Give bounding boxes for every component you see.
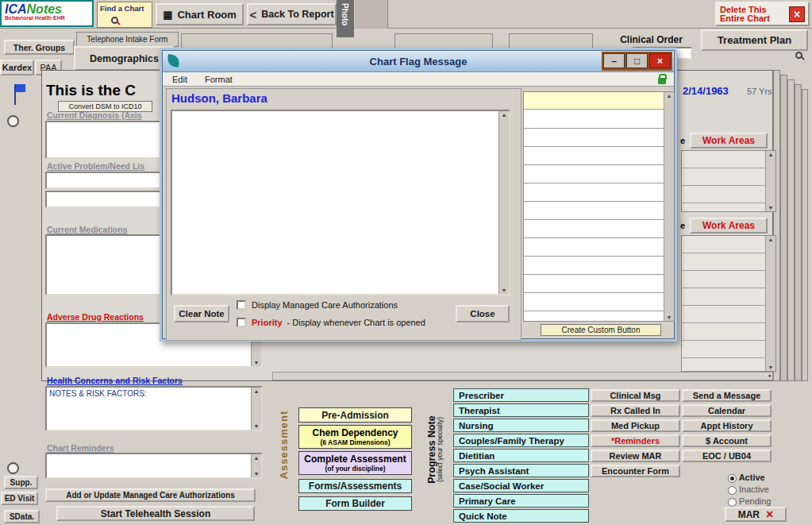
close-window-button[interactable]: × [649, 53, 671, 68]
ther-groups-button[interactable]: Ther. Groups [4, 40, 75, 55]
status-circle-top[interactable] [7, 115, 19, 127]
eoc-ub04-button[interactable]: EOC / UB04 [682, 450, 772, 462]
radio-icon[interactable] [728, 486, 737, 495]
scroll-up-icon[interactable]: ▲ [768, 236, 774, 243]
custom-button-slots[interactable] [524, 110, 664, 321]
active-problem-box-1[interactable] [45, 172, 161, 189]
dialog-titlebar[interactable]: Chart Flag Message [163, 51, 674, 72]
scrollbar[interactable]: ▲▼ [765, 151, 775, 211]
progress-note-case-social-worker[interactable]: Case/Social Worker [453, 479, 589, 492]
page-stack-edge[interactable] [795, 84, 802, 381]
scrollbar[interactable]: ▲▼ [765, 236, 775, 371]
find-chart-button[interactable]: Find a Chart [97, 2, 152, 28]
active-problem-box-2[interactable] [45, 191, 161, 208]
pre-admission-button[interactable]: Pre-Admission [298, 407, 412, 423]
forms-assessments-button[interactable]: Forms/Assessments [298, 479, 412, 493]
scrollbar[interactable]: ▲▼ [251, 388, 261, 430]
chart-room-button[interactable]: ▦ Chart Room [156, 3, 244, 25]
managed-care-button[interactable]: Add or Update Managed Care Authorization… [45, 488, 256, 502]
treatment-plan-button[interactable]: Treatment Plan [701, 29, 808, 51]
close-button[interactable]: Close [456, 305, 510, 322]
status-circle-bottom[interactable] [7, 462, 19, 474]
page-hscrollbar[interactable]: ▸ [272, 372, 773, 380]
status-radio-inactive[interactable]: Inactive [728, 484, 769, 495]
menu-format[interactable]: Format [205, 75, 233, 84]
treatment-plan-search-icon[interactable] [795, 52, 802, 59]
chem-dependency-button[interactable]: Chem Dependency (6 ASAM Dimensions) [298, 425, 412, 449]
clinical-order-header[interactable]: Clinical Order [606, 34, 697, 45]
reminders-button[interactable]: *Reminders [591, 434, 680, 447]
priority-checkbox[interactable] [237, 318, 246, 327]
photo-tab[interactable]: Photo [337, 0, 354, 37]
progress-note-dietitian[interactable]: Dietitian [453, 449, 589, 462]
scroll-up-icon[interactable]: ▲ [254, 454, 260, 461]
sdata-button[interactable]: SData. [4, 510, 40, 523]
minimize-button[interactable]: – [603, 53, 625, 68]
chart-reminders-link[interactable]: Chart Reminders [47, 443, 114, 453]
clear-note-button[interactable]: Clear Note [174, 305, 229, 322]
ed-visit-button[interactable]: ED Visit [1, 492, 38, 505]
menu-edit[interactable]: Edit [172, 75, 187, 84]
supp-button[interactable]: Supp. [4, 476, 38, 489]
page-stack-edge[interactable] [780, 75, 787, 381]
radio-icon[interactable] [728, 498, 737, 507]
flag-message-textarea[interactable]: ▲▼ [171, 110, 510, 295]
progress-note-therapist[interactable]: Therapist [453, 403, 589, 417]
adverse-drug-reactions-link[interactable]: Adverse Drug Reactions [47, 312, 144, 322]
page-stack-edge[interactable] [787, 79, 795, 381]
health-concerns-link[interactable]: Health Concerns and Risk Factors [47, 376, 183, 385]
work-areas-list-2[interactable]: ▲▼ [681, 235, 776, 372]
tab-telephone-intake[interactable]: Telephone Intake Form [76, 32, 179, 47]
scroll-down-icon[interactable]: ▼ [502, 287, 507, 294]
rx-called-in-button[interactable]: Rx Called In [591, 404, 680, 417]
clinical-msg-button[interactable]: Clinical Msg [591, 389, 680, 402]
progress-note-quick-note[interactable]: Quick Note [453, 509, 589, 523]
page-stack-edge[interactable] [802, 89, 808, 381]
scrollbar[interactable]: ▲▼ [664, 92, 674, 321]
scroll-down-icon[interactable]: ▼ [254, 423, 260, 430]
review-mar-button[interactable]: Review MAR [591, 450, 680, 462]
scroll-up-icon[interactable]: ▲ [502, 111, 507, 118]
current-diagnosis-box[interactable] [45, 121, 161, 159]
work-areas-list-1[interactable]: ▲▼ [681, 150, 776, 212]
scroll-down-icon[interactable]: ▼ [768, 364, 774, 371]
scrollbar[interactable]: ▲▼ [498, 111, 509, 294]
scroll-up-icon[interactable]: ▲ [667, 92, 672, 99]
managed-care-checkbox[interactable] [237, 300, 246, 310]
mar-button[interactable]: MAR × [725, 507, 787, 522]
delete-chart-button[interactable]: Delete This Entire Chart × [715, 2, 810, 26]
scroll-down-icon[interactable]: ▼ [768, 204, 774, 211]
maximize-button[interactable]: □ [626, 53, 648, 68]
scroll-right-icon[interactable]: ▸ [768, 373, 772, 379]
progress-note-prescriber[interactable]: Prescriber [453, 388, 589, 402]
scroll-down-icon[interactable]: ▼ [667, 314, 672, 321]
tab-kardex[interactable]: Kardex [0, 60, 34, 75]
telehealth-button[interactable]: Start Telehealth Session [56, 506, 255, 521]
current-medications-link[interactable]: Current Medications [47, 225, 128, 234]
send-message-button[interactable]: Send a Message [682, 389, 772, 402]
med-pickup-button[interactable]: Med Pickup [591, 419, 680, 432]
encounter-form-button[interactable]: Encounter Form [591, 465, 680, 477]
work-areas-button-2[interactable]: Work Areas [690, 218, 768, 234]
scroll-up-icon[interactable]: ▲ [768, 151, 774, 158]
status-radio-pending[interactable]: Pending [728, 496, 771, 507]
account-button[interactable]: $ Account [682, 434, 772, 447]
current-diagnosis-link[interactable]: Current Diagnosis (Axis [47, 110, 142, 120]
complete-assessment-button[interactable]: Complete Assessment (of your discipline) [298, 451, 412, 475]
scroll-down-icon[interactable]: ▼ [254, 470, 260, 477]
chart-flag-icon[interactable] [14, 84, 25, 92]
status-radio-active[interactable]: Active [728, 473, 765, 483]
radio-selected-icon[interactable] [728, 474, 737, 483]
scroll-up-icon[interactable]: ▲ [254, 388, 260, 395]
create-custom-button[interactable]: Create Custom Button [541, 324, 661, 336]
back-to-report-button[interactable]: < Back To Report [247, 3, 337, 25]
active-problem-link[interactable]: Active Problem/Need Lis [47, 161, 144, 171]
form-builder-button[interactable]: Form Builder [298, 496, 412, 511]
notes-risk-box[interactable]: NOTES & RISK FACTORS: ▲▼ [45, 386, 263, 431]
chart-reminders-box[interactable]: ▲▼ [45, 453, 263, 479]
progress-note-psych-assistant[interactable]: Psych Assistant [453, 464, 589, 477]
calendar-button[interactable]: Calendar [682, 404, 772, 417]
progress-note-nursing[interactable]: Nursing [453, 419, 589, 432]
current-medications-box[interactable] [45, 234, 161, 295]
progress-note-couples-family[interactable]: Couples/Family Therapy [453, 434, 589, 447]
